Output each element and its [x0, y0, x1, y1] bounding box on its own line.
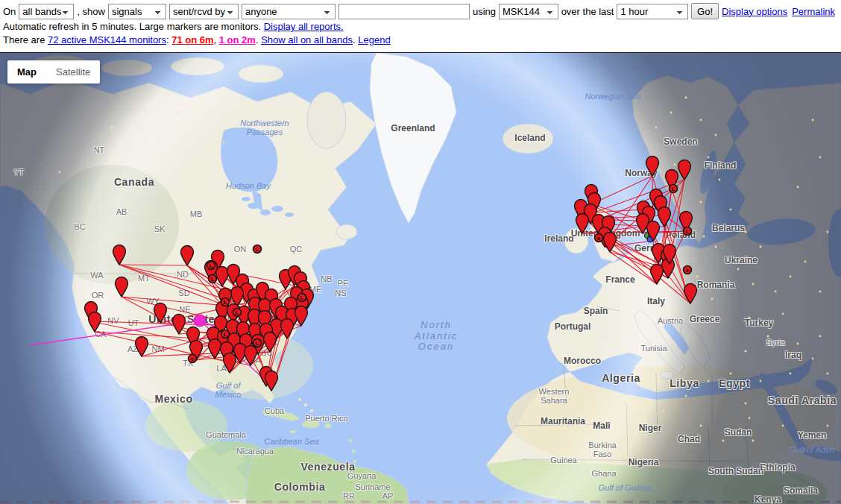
report-badge-letter: L: [256, 340, 259, 347]
show-all-bands-link[interactable]: Show all on all bands: [261, 34, 353, 45]
report-badge-letter: L: [300, 294, 304, 301]
refresh-text: Automatic refresh in 5 minutes. Large ma…: [3, 21, 264, 32]
pskreporter-app: On all bands , show signals sent/rcvd by…: [0, 0, 841, 504]
go-button[interactable]: Go!: [691, 3, 719, 19]
header-links: Display options Permalink: [722, 6, 838, 17]
report-badge-letter: L: [672, 186, 675, 192]
report-badge-letter: L: [256, 246, 259, 253]
monitors-6m-link[interactable]: 71 on 6m: [171, 34, 213, 45]
monitor-pin[interactable]: [295, 306, 308, 327]
monitor-pin[interactable]: [658, 207, 671, 227]
monitor-pin[interactable]: [136, 337, 148, 357]
active-monitors-link[interactable]: 72 active MSK144 monitors: [48, 34, 166, 45]
report-badge-letter: L: [211, 276, 215, 283]
toolbar: On all bands , show signals sent/rcvd by…: [0, 0, 841, 52]
monitor-pin[interactable]: [116, 277, 128, 297]
sentrcvd-select[interactable]: sent/rcvd by: [169, 4, 239, 19]
map-canvas[interactable]: YTNTCanadaABBCSKMBONQCNBPENSMEWAMTNDSDWY…: [0, 52, 841, 504]
report-badge-letter: L: [686, 228, 690, 235]
query-toolbar: On all bands , show signals sent/rcvd by…: [0, 0, 841, 20]
monitor-pin[interactable]: [604, 233, 617, 253]
tab-satellite[interactable]: Satellite: [46, 60, 100, 84]
monitor-pin[interactable]: [646, 157, 659, 177]
display-all-reports-link[interactable]: Display all reports.: [264, 21, 344, 32]
callsign-input[interactable]: [338, 4, 470, 19]
monitor-pin[interactable]: [181, 246, 194, 266]
comma-text: ,: [214, 34, 219, 45]
monitor-pin[interactable]: [113, 245, 126, 265]
tab-map[interactable]: Map: [7, 60, 46, 84]
map-type-control: Map Satellite: [7, 60, 100, 84]
show-label: , show: [77, 6, 105, 17]
monitor-pin[interactable]: [281, 319, 294, 339]
markers-layer: LLLLLLeLLeLeL: [0, 53, 841, 504]
monitors-line: There are 72 active MSK144 monitors: 71 …: [0, 34, 841, 47]
report-badge-letter: e: [191, 356, 195, 362]
report-badge-letter: e: [597, 235, 601, 242]
legend-link[interactable]: Legend: [358, 34, 390, 45]
monitor-2m-marker[interactable]: [194, 315, 206, 327]
monitor-pin[interactable]: [678, 160, 691, 180]
monitor-pin[interactable]: [224, 353, 236, 374]
report-badge-letter: L: [210, 262, 213, 269]
overlast-label: over the last: [561, 6, 614, 17]
band-select[interactable]: all bands: [19, 4, 74, 19]
report-badge-letter: L: [224, 299, 227, 306]
there-are-text: There are: [3, 34, 48, 45]
signal-path-line: [610, 252, 657, 284]
monitors-2m-link[interactable]: 1 on 2m: [219, 34, 256, 45]
permalink-link[interactable]: Permalink: [792, 6, 835, 17]
report-badge-letter: L: [224, 331, 227, 338]
monitor-pin[interactable]: [265, 371, 278, 391]
monitor-pin[interactable]: [576, 214, 589, 234]
signals-select[interactable]: signals: [108, 4, 166, 19]
display-options-link[interactable]: Display options: [722, 6, 787, 17]
on-label: On: [3, 6, 16, 17]
monitor-pin[interactable]: [89, 312, 101, 333]
report-badge-letter: e: [686, 267, 690, 274]
signal-path-line: [608, 236, 690, 303]
status-line: Automatic refresh in 5 minutes. Large ma…: [0, 20, 841, 34]
monitor-pin[interactable]: [173, 315, 186, 335]
monitor-pin[interactable]: [684, 284, 697, 304]
using-label: using: [473, 6, 496, 17]
signal-path-line: [119, 265, 187, 265]
report-badge-letter: L: [236, 309, 239, 316]
mode-select[interactable]: MSK144: [499, 4, 558, 19]
period-select[interactable]: 1 hour: [617, 4, 688, 19]
anyone-select[interactable]: anyone: [242, 4, 336, 19]
